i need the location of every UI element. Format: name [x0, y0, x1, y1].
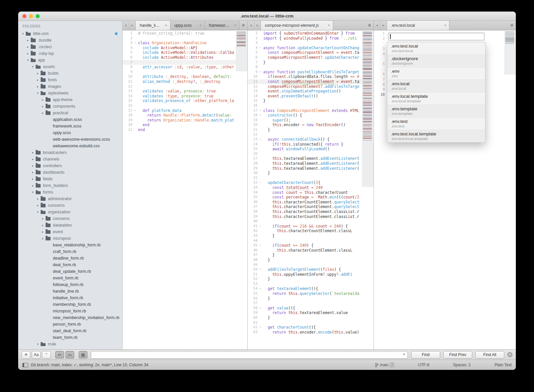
- tab-history-back-button[interactable]: ◀: [123, 21, 129, 30]
- code-line[interactable]: 29 this.textareaElement.addEventListener…: [248, 166, 362, 171]
- code-line[interactable]: 3: [248, 41, 362, 46]
- code-line[interactable]: 11 const composeMicropostElement = event…: [248, 79, 362, 84]
- tree-item-file[interactable]: initiative_form.rb: [18, 295, 122, 301]
- code-line[interactable]: 14 validates :type, presence: true: [123, 94, 236, 99]
- fold-arrow-icon[interactable]: ▾: [258, 46, 263, 51]
- tree-item-file[interactable]: application.scss: [18, 116, 122, 123]
- expand-arrow-icon[interactable]: ▸: [31, 177, 35, 181]
- code-line[interactable]: 26: [248, 152, 362, 157]
- code-line[interactable]: 12: [123, 84, 236, 89]
- tab-close-icon[interactable]: ✕: [231, 24, 236, 27]
- collapse-arrow-icon[interactable]: ▾: [21, 32, 25, 35]
- code-line[interactable]: 31: [248, 176, 362, 181]
- tree-item-file[interactable]: craft_form.rb: [18, 248, 122, 255]
- tree-item-folder[interactable]: ▾rrule: [18, 341, 122, 347]
- code-line[interactable]: 8: [248, 65, 362, 70]
- code-line[interactable]: 9▾async function pasteClipboardFilesToTa…: [248, 70, 362, 75]
- fold-arrow-icon[interactable]: ▾: [258, 113, 263, 118]
- collapse-arrow-icon[interactable]: ▾: [36, 91, 40, 95]
- tree-item-file[interactable]: uppy.scss: [18, 129, 122, 136]
- code-line[interactable]: 61: [248, 320, 362, 325]
- collapse-arrow-icon[interactable]: ▾: [31, 65, 35, 68]
- code-line[interactable]: 21 }: [248, 127, 362, 132]
- tree-item-file[interactable]: base_relationship_form.rb: [18, 242, 122, 248]
- expand-arrow-icon[interactable]: ▸: [36, 197, 40, 200]
- code-line[interactable]: 16: [123, 103, 236, 108]
- code-line[interactable]: 4 include ActiveModel::API: [123, 46, 236, 51]
- branch-indicator[interactable]: main 2: [375, 363, 394, 367]
- code-line[interactable]: 25 await windowFullyLoaded(): [248, 147, 362, 152]
- tab-handle_line.rb[interactable]: handle_line.rb✕: [136, 21, 170, 30]
- code-line[interactable]: 63 return this.encoder.encode(this.value…: [248, 330, 362, 335]
- code-line[interactable]: 20 this.encoder = new TextEncoder(): [248, 123, 362, 127]
- encoding-indicator[interactable]: UTF-8: [418, 363, 429, 367]
- tree-item-folder[interactable]: ▸concerns: [18, 202, 122, 209]
- fold-arrow-icon[interactable]: ▾: [258, 267, 263, 272]
- find-button[interactable]: Find: [411, 351, 440, 359]
- code-line[interactable]: 62▾ get characterCount(){: [248, 325, 362, 330]
- code-line[interactable]: 52 }: [248, 277, 362, 282]
- tree-item-folder[interactable]: ▸administrator: [18, 196, 122, 202]
- expand-arrow-icon[interactable]: ▸: [41, 224, 45, 227]
- code-line[interactable]: 6 include ActiveModel::Attributes: [123, 55, 236, 60]
- code-line[interactable]: 2: [123, 36, 236, 41]
- code-line[interactable]: 1# frozen_string_literal: true: [123, 31, 236, 36]
- completion-input[interactable]: [388, 33, 484, 40]
- fold-arrow-icon[interactable]: ▾: [132, 108, 138, 113]
- code-line[interactable]: 7}: [248, 60, 362, 65]
- code-line[interactable]: 55 return this.querySelector(`textarea[d…: [248, 291, 362, 296]
- tab-uppy.scss[interactable]: uppy.scss✕: [170, 21, 205, 30]
- code-line[interactable]: 5 const composeMicropostElement = event.…: [248, 50, 362, 55]
- tree-item-folder[interactable]: ▸builds: [18, 70, 122, 77]
- expand-arrow-icon[interactable]: ▸: [41, 105, 45, 108]
- tree-item-file[interactable]: new_membership_invitation_form.rb: [18, 314, 122, 321]
- code-line[interactable]: 18▾ constructor() {: [248, 113, 362, 118]
- tree-item-file[interactable]: deal_form.rb: [18, 262, 122, 268]
- tree-item-folder[interactable]: ▸.circleci: [18, 44, 122, 50]
- tree-item-folder[interactable]: ▸components: [18, 103, 122, 110]
- code-line[interactable]: 33 const totatCount = 240: [248, 185, 362, 190]
- tree-item-folder[interactable]: ▸micropost: [18, 235, 122, 242]
- code-line[interactable]: 48 }: [248, 258, 362, 263]
- tree-item-folder[interactable]: ▾little-crm: [18, 30, 122, 37]
- tree-item-file[interactable]: webawesome.esbuild.css: [18, 143, 122, 149]
- code-line[interactable]: 35 const percentage = Math.min(((count/2: [248, 195, 362, 200]
- completion-item[interactable]: .env.test.local.env.test.local: [387, 42, 485, 55]
- tree-item-file[interactable]: start_deal_form.rb: [18, 328, 122, 334]
- code-line[interactable]: 54▾ get textareaElement(){: [248, 286, 362, 291]
- tab-overflow-menu-icon[interactable]: ≡: [239, 21, 247, 30]
- collapse-arrow-icon[interactable]: ▾: [31, 191, 35, 194]
- expand-arrow-icon[interactable]: ▸: [41, 217, 45, 220]
- code-line[interactable]: 10 if(event.clipboardData.files.length <…: [248, 74, 362, 79]
- code-line[interactable]: 36 this.characterCountElement.querySelec…: [248, 200, 362, 205]
- tab-history-back-button[interactable]: ◀: [248, 21, 254, 30]
- completion-item[interactable]: .env.env: [387, 67, 485, 80]
- code-line[interactable]: 18 return Handle::Platform.detect(value:: [123, 113, 236, 118]
- tab-.env.test.local[interactable]: .env.test.local✕: [387, 21, 449, 30]
- tree-item-file[interactable]: team_form.rb: [18, 334, 122, 341]
- tree-item-file[interactable]: person_form.rb: [18, 321, 122, 328]
- find-prev-button[interactable]: Find Prev: [443, 351, 472, 359]
- tree-item-file[interactable]: followup_form.rb: [18, 281, 122, 288]
- code-line[interactable]: 30 }: [248, 171, 362, 176]
- code-line[interactable]: 20 end: [123, 123, 236, 127]
- tab-overflow-menu-icon[interactable]: ≡: [508, 21, 516, 30]
- whole-word-toggle[interactable]: “: [42, 351, 51, 359]
- code-line[interactable]: 60 }: [248, 315, 362, 320]
- expand-arrow-icon[interactable]: ▸: [41, 98, 45, 101]
- expand-arrow-icon[interactable]: ▸: [36, 85, 40, 88]
- code-line[interactable]: 45▾ if(count >= 240) {: [248, 243, 362, 248]
- minimize-window-button[interactable]: [29, 14, 33, 18]
- code-line[interactable]: 49: [248, 263, 362, 267]
- tree-item-folder[interactable]: ▸datatables: [18, 222, 122, 229]
- tree-item-folder[interactable]: ▸fonts: [18, 77, 122, 83]
- fold-arrow-icon[interactable]: ▾: [258, 108, 263, 113]
- code-line[interactable]: 19 return Organization::Handle.match_pla…: [123, 118, 236, 123]
- code-line[interactable]: 7: [123, 60, 236, 65]
- code-editor-js[interactable]: 1import { submitFormOnCommandEnter } fro…: [248, 31, 362, 349]
- code-line[interactable]: 6 composeMicropostElement?.updateCharact…: [248, 55, 362, 60]
- code-line[interactable]: 43 }: [248, 233, 362, 238]
- indentation-indicator[interactable]: Spaces: 2: [453, 363, 471, 367]
- tree-item-file[interactable]: framework.scss: [18, 123, 122, 129]
- code-line[interactable]: 42 this.characterCountElement.classL: [248, 229, 362, 233]
